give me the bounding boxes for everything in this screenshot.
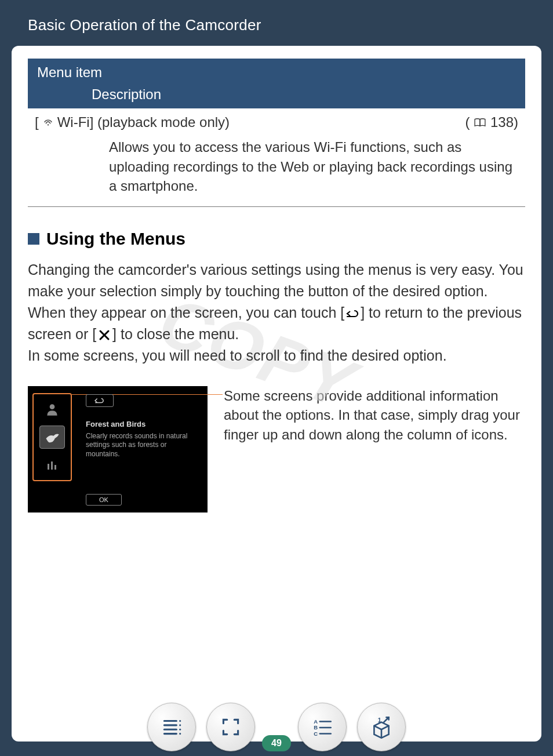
bird-icon	[39, 426, 65, 449]
ok-button: OK	[86, 494, 122, 506]
chapter-title: Basic Operation of the Camcorder	[0, 0, 553, 46]
section-heading: Using the Menus	[28, 229, 525, 249]
section-title: Using the Menus	[46, 229, 185, 249]
ref-page-number: 138)	[490, 114, 518, 130]
svg-point-3	[50, 404, 55, 409]
book-icon	[474, 114, 486, 130]
svg-point-14	[179, 733, 181, 735]
svg-point-13	[179, 729, 181, 730]
section-marker-icon	[28, 233, 39, 245]
screenshot-option-desc: Clearly records sounds in natural settin…	[86, 432, 201, 459]
svg-rect-6	[54, 465, 56, 470]
svg-rect-4	[48, 464, 49, 470]
return-icon	[344, 307, 361, 320]
index-button[interactable]: ABC	[298, 703, 347, 751]
back-button-icon	[86, 394, 114, 407]
table-header-description: Description	[28, 84, 525, 108]
menu-item-table: Menu item Description [ Wi-Fi] (playback…	[28, 59, 525, 207]
screenshot-text: Forest and Birds Clearly records sounds …	[86, 420, 201, 459]
svg-point-12	[179, 724, 181, 726]
table-header: Menu item Description	[28, 59, 525, 108]
wifi-icon	[42, 114, 54, 130]
svg-text:1: 1	[378, 717, 381, 724]
using-menus-section: Using the Menus Changing the camcorder's…	[28, 229, 525, 513]
svg-rect-5	[51, 461, 53, 470]
example-screenshot: Forest and Birds Clearly records sounds …	[28, 386, 208, 513]
page-content: COPY Menu item Description [ Wi-Fi] (pla…	[12, 46, 541, 742]
person-icon	[39, 398, 65, 421]
section-body: Changing the camcorder's various setting…	[28, 259, 525, 366]
svg-point-11	[179, 720, 181, 722]
fullscreen-button[interactable]	[206, 703, 255, 751]
page-number-badge: 49	[262, 735, 291, 751]
ref-paren-open: (	[465, 114, 470, 130]
svg-point-0	[48, 124, 49, 125]
table-row: [ Wi-Fi] (playback mode only) ( 138)	[28, 108, 525, 134]
equalizer-icon	[39, 453, 65, 477]
menu-item-label: Wi-Fi] (playback mode only)	[57, 114, 230, 130]
figure-row: Forest and Birds Clearly records sounds …	[28, 386, 525, 513]
toc-button[interactable]	[147, 703, 196, 751]
svg-text:B: B	[314, 724, 318, 730]
page-reference: ( 138)	[465, 114, 518, 130]
icon-column-highlight	[32, 393, 72, 481]
svg-text:C: C	[314, 730, 318, 737]
bottom-navigation: 49 ABC 1	[0, 698, 553, 756]
table-header-menu-item: Menu item	[28, 59, 525, 84]
menu-item-description: Allows you to access the various Wi-Fi f…	[28, 134, 525, 207]
body-text-4: In some screens, you will need to scroll…	[28, 347, 447, 364]
screenshot-option-title: Forest and Birds	[86, 420, 201, 428]
package-button[interactable]: 1	[357, 703, 406, 751]
close-icon	[96, 329, 112, 341]
body-text-3: ] to close the menu.	[112, 326, 239, 342]
figure-caption: Some screens provide additional informat…	[224, 386, 525, 445]
svg-text:A: A	[314, 718, 318, 725]
bracket-open: [	[35, 114, 39, 130]
menu-item-name: [ Wi-Fi] (playback mode only)	[35, 114, 230, 130]
